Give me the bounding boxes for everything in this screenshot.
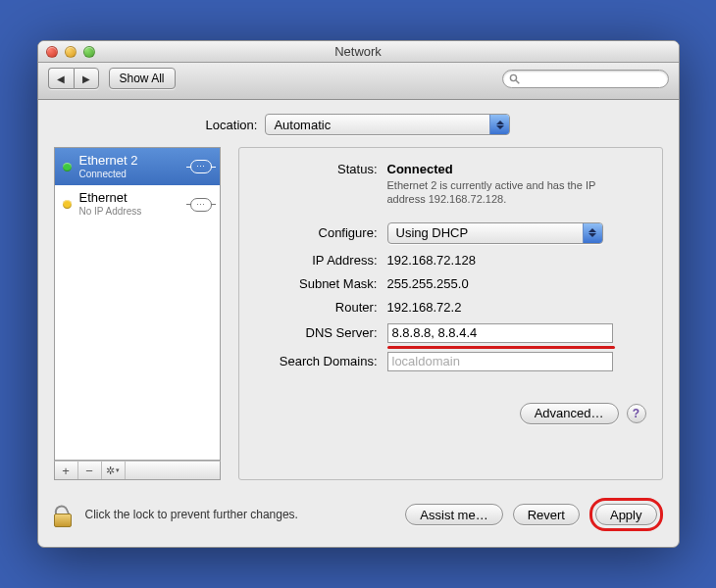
revert-button[interactable]: Revert [513,504,580,525]
ip-address-value: 192.168.72.128 [387,253,646,268]
ethernet-icon: ⋯ [190,198,212,212]
ip-address-label: IP Address: [255,253,387,268]
zoom-button[interactable] [83,46,95,58]
router-value: 192.168.72.2 [387,300,646,315]
apply-button[interactable]: Apply [595,504,657,525]
interface-status: Connected [79,169,182,180]
traffic-lights [46,46,95,58]
apply-button-highlight: Apply [589,498,663,531]
configure-select[interactable]: Using DHCP [387,222,603,244]
forward-button[interactable]: ▶ [74,68,99,89]
window-title: Network [38,44,679,59]
svg-line-1 [516,80,519,83]
remove-interface-button[interactable]: − [78,462,102,479]
lock-button[interactable] [54,502,76,527]
interface-name: Ethernet [79,191,182,206]
gear-icon: ✲ [106,465,115,477]
advanced-button[interactable]: Advanced… [520,403,619,424]
svg-point-0 [510,74,516,80]
status-dot-icon [63,163,72,172]
interface-item-ethernet-2[interactable]: Ethernet 2 Connected ⋯ [55,148,220,185]
nav-back-forward: ◀ ▶ [48,68,99,89]
location-row: Location: Automatic [54,114,663,135]
chevron-down-icon: ▾ [116,466,120,474]
interfaces-sidebar: Ethernet 2 Connected ⋯ Ethernet No IP Ad… [54,147,221,461]
footer: Click the lock to prevent further change… [38,486,679,547]
detail-panel: Status: Connected Ethernet 2 is currentl… [238,147,663,480]
search-domains-label: Search Domains: [255,354,387,368]
network-prefs-window: Network ◀ ▶ Show All Location: Automatic [37,40,680,548]
toolbar: ◀ ▶ Show All [38,63,679,100]
location-label: Location: [206,118,258,132]
minimize-button[interactable] [65,46,77,58]
titlebar[interactable]: Network [38,41,679,63]
search-field[interactable] [502,70,669,88]
status-description: Ethernet 2 is currently active and has t… [387,179,623,207]
add-interface-button[interactable]: + [55,462,78,479]
configure-value: Using DHCP [388,225,583,240]
back-button[interactable]: ◀ [48,68,74,89]
interface-actions-button[interactable]: ✲▾ [102,462,126,479]
sidebar-toolbar: + − ✲▾ [54,461,221,480]
lock-hint-text: Click the lock to prevent further change… [85,508,396,521]
location-select[interactable]: Automatic [265,114,510,135]
router-label: Router: [255,300,387,315]
dropdown-arrows-icon [583,223,602,243]
dns-server-label: DNS Server: [255,325,387,340]
location-value: Automatic [266,118,489,132]
dropdown-arrows-icon [489,115,509,134]
search-icon [509,74,520,84]
show-all-button[interactable]: Show All [109,68,176,89]
assist-me-button[interactable]: Assist me… [405,504,502,525]
status-value: Connected [387,162,646,176]
search-domains-input[interactable] [387,352,613,371]
subnet-mask-value: 255.255.255.0 [387,276,646,291]
status-label: Status: [255,162,387,176]
status-dot-icon [63,200,72,209]
interface-item-ethernet[interactable]: Ethernet No IP Address ⋯ [55,185,220,222]
subnet-mask-label: Subnet Mask: [255,276,387,291]
dns-server-input[interactable] [387,323,613,343]
interface-status: No IP Address [79,206,182,218]
configure-label: Configure: [255,225,387,240]
close-button[interactable] [46,46,58,58]
ethernet-icon: ⋯ [190,160,212,173]
help-button[interactable]: ? [627,404,646,423]
interface-name: Ethernet 2 [79,154,182,169]
